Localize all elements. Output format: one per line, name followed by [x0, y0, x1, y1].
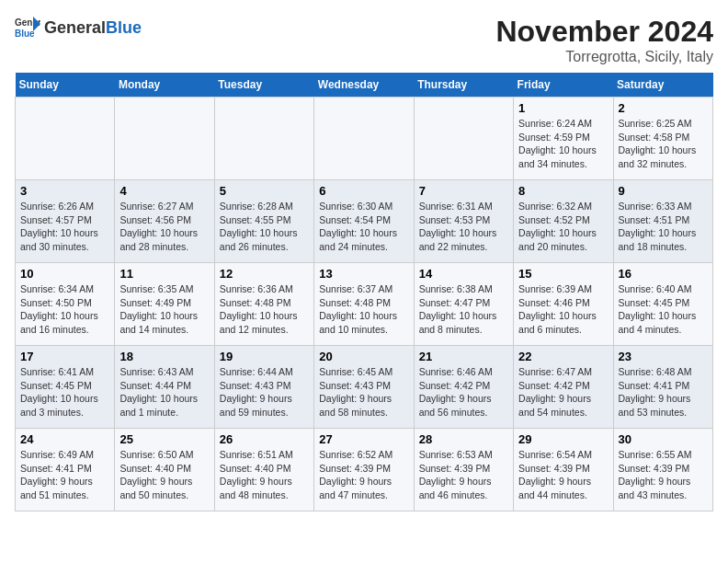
day-detail: Sunrise: 6:45 AMSunset: 4:43 PMDaylight:… [319, 365, 408, 419]
day-header-saturday: Saturday [613, 73, 712, 98]
calendar-cell: 3Sunrise: 6:26 AMSunset: 4:57 PMDaylight… [16, 180, 115, 263]
day-detail: Sunrise: 6:33 AMSunset: 4:51 PMDaylight:… [619, 200, 708, 254]
calendar-cell: 9Sunrise: 6:33 AMSunset: 4:51 PMDaylight… [613, 180, 712, 263]
day-number: 12 [220, 267, 309, 281]
calendar-cell: 28Sunrise: 6:53 AMSunset: 4:39 PMDayligh… [414, 429, 513, 511]
day-detail: Sunrise: 6:27 AMSunset: 4:56 PMDaylight:… [119, 200, 209, 254]
calendar-cell: 1Sunrise: 6:24 AMSunset: 4:59 PMDaylight… [514, 98, 613, 180]
day-detail: Sunrise: 6:39 AMSunset: 4:46 PMDaylight:… [518, 282, 608, 337]
day-detail: Sunrise: 6:26 AMSunset: 4:57 PMDaylight:… [20, 200, 109, 254]
day-number: 27 [319, 432, 408, 446]
day-number: 5 [220, 184, 309, 198]
calendar-cell: 12Sunrise: 6:36 AMSunset: 4:48 PMDayligh… [214, 263, 313, 346]
day-number: 11 [119, 267, 209, 281]
logo-general: General [44, 18, 106, 38]
calendar-week-1: 1Sunrise: 6:24 AMSunset: 4:59 PMDaylight… [16, 98, 713, 180]
calendar-cell: 26Sunrise: 6:51 AMSunset: 4:40 PMDayligh… [214, 429, 313, 511]
day-number: 14 [419, 267, 508, 281]
day-number: 1 [518, 101, 608, 115]
calendar-cell: 8Sunrise: 6:32 AMSunset: 4:52 PMDaylight… [514, 180, 613, 263]
calendar-cell [214, 98, 313, 180]
day-header-friday: Friday [514, 73, 613, 98]
day-number: 10 [20, 267, 109, 281]
calendar-cell: 30Sunrise: 6:55 AMSunset: 4:39 PMDayligh… [613, 429, 712, 511]
day-detail: Sunrise: 6:34 AMSunset: 4:50 PMDaylight:… [20, 282, 109, 337]
calendar-cell: 4Sunrise: 6:27 AMSunset: 4:56 PMDaylight… [115, 180, 214, 263]
day-detail: Sunrise: 6:30 AMSunset: 4:54 PMDaylight:… [319, 200, 408, 254]
calendar-week-5: 24Sunrise: 6:49 AMSunset: 4:41 PMDayligh… [16, 429, 713, 511]
day-number: 13 [319, 267, 408, 281]
day-detail: Sunrise: 6:32 AMSunset: 4:52 PMDaylight:… [518, 200, 608, 254]
calendar-cell: 6Sunrise: 6:30 AMSunset: 4:54 PMDaylight… [314, 180, 414, 263]
calendar-cell: 27Sunrise: 6:52 AMSunset: 4:39 PMDayligh… [314, 429, 414, 511]
day-number: 9 [619, 184, 708, 198]
day-detail: Sunrise: 6:46 AMSunset: 4:42 PMDaylight:… [419, 365, 508, 419]
calendar-cell: 16Sunrise: 6:40 AMSunset: 4:45 PMDayligh… [613, 263, 712, 346]
day-detail: Sunrise: 6:40 AMSunset: 4:45 PMDaylight:… [619, 282, 708, 337]
day-number: 16 [619, 267, 708, 281]
svg-text:Blue: Blue [15, 29, 35, 39]
day-detail: Sunrise: 6:25 AMSunset: 4:58 PMDaylight:… [619, 117, 708, 171]
day-number: 7 [419, 184, 508, 198]
logo-blue: Blue [106, 18, 142, 38]
day-detail: Sunrise: 6:52 AMSunset: 4:39 PMDaylight:… [319, 448, 408, 502]
day-detail: Sunrise: 6:35 AMSunset: 4:49 PMDaylight:… [119, 282, 209, 337]
day-number: 29 [518, 432, 608, 446]
day-number: 8 [518, 184, 608, 198]
day-header-wednesday: Wednesday [314, 73, 414, 98]
calendar-cell: 11Sunrise: 6:35 AMSunset: 4:49 PMDayligh… [115, 263, 214, 346]
day-number: 2 [619, 101, 708, 115]
day-number: 18 [119, 350, 209, 363]
day-detail: Sunrise: 6:50 AMSunset: 4:40 PMDaylight:… [119, 448, 209, 502]
calendar-week-4: 17Sunrise: 6:41 AMSunset: 4:45 PMDayligh… [16, 346, 713, 429]
day-detail: Sunrise: 6:55 AMSunset: 4:39 PMDaylight:… [619, 448, 708, 502]
day-number: 23 [619, 350, 708, 363]
calendar-cell: 15Sunrise: 6:39 AMSunset: 4:46 PMDayligh… [514, 263, 613, 346]
calendar-cell: 13Sunrise: 6:37 AMSunset: 4:48 PMDayligh… [314, 263, 414, 346]
day-number: 17 [20, 350, 109, 363]
day-header-sunday: Sunday [16, 73, 115, 98]
calendar-cell: 29Sunrise: 6:54 AMSunset: 4:39 PMDayligh… [514, 429, 613, 511]
calendar-cell: 14Sunrise: 6:38 AMSunset: 4:47 PMDayligh… [414, 263, 513, 346]
calendar-cell: 19Sunrise: 6:44 AMSunset: 4:43 PMDayligh… [214, 346, 313, 429]
day-number: 4 [119, 184, 209, 198]
day-detail: Sunrise: 6:37 AMSunset: 4:48 PMDaylight:… [319, 282, 408, 337]
calendar-cell: 24Sunrise: 6:49 AMSunset: 4:41 PMDayligh… [16, 429, 115, 511]
day-number: 22 [518, 350, 608, 363]
day-header-tuesday: Tuesday [214, 73, 313, 98]
day-detail: Sunrise: 6:36 AMSunset: 4:48 PMDaylight:… [220, 282, 309, 337]
day-number: 21 [419, 350, 508, 363]
day-number: 15 [518, 267, 608, 281]
calendar-header-row: SundayMondayTuesdayWednesdayThursdayFrid… [16, 73, 713, 98]
calendar-cell: 7Sunrise: 6:31 AMSunset: 4:53 PMDaylight… [414, 180, 513, 263]
day-number: 30 [619, 432, 708, 446]
calendar-week-2: 3Sunrise: 6:26 AMSunset: 4:57 PMDaylight… [16, 180, 713, 263]
day-detail: Sunrise: 6:54 AMSunset: 4:39 PMDaylight:… [518, 448, 608, 502]
logo-icon: General Blue [15, 15, 40, 40]
calendar-cell [16, 98, 115, 180]
day-header-monday: Monday [115, 73, 214, 98]
day-number: 19 [220, 350, 309, 363]
day-number: 25 [119, 432, 209, 446]
day-detail: Sunrise: 6:43 AMSunset: 4:44 PMDaylight:… [119, 365, 209, 419]
day-detail: Sunrise: 6:49 AMSunset: 4:41 PMDaylight:… [20, 448, 109, 502]
logo: General Blue GeneralBlue [15, 15, 142, 40]
calendar-cell: 17Sunrise: 6:41 AMSunset: 4:45 PMDayligh… [16, 346, 115, 429]
calendar-cell: 22Sunrise: 6:47 AMSunset: 4:42 PMDayligh… [514, 346, 613, 429]
calendar-cell: 23Sunrise: 6:48 AMSunset: 4:41 PMDayligh… [613, 346, 712, 429]
day-detail: Sunrise: 6:53 AMSunset: 4:39 PMDaylight:… [419, 448, 508, 502]
calendar-cell [115, 98, 214, 180]
day-detail: Sunrise: 6:48 AMSunset: 4:41 PMDaylight:… [619, 365, 708, 419]
calendar-subtitle: Torregrotta, Sicily, Italy [495, 49, 713, 65]
day-detail: Sunrise: 6:28 AMSunset: 4:55 PMDaylight:… [220, 200, 309, 254]
day-detail: Sunrise: 6:47 AMSunset: 4:42 PMDaylight:… [518, 365, 608, 419]
day-detail: Sunrise: 6:38 AMSunset: 4:47 PMDaylight:… [419, 282, 508, 337]
day-number: 24 [20, 432, 109, 446]
day-number: 26 [220, 432, 309, 446]
day-number: 28 [419, 432, 508, 446]
calendar-cell: 10Sunrise: 6:34 AMSunset: 4:50 PMDayligh… [16, 263, 115, 346]
calendar-title: November 2024 [495, 15, 713, 49]
header: General Blue GeneralBlue November 2024 T… [15, 15, 713, 65]
day-detail: Sunrise: 6:24 AMSunset: 4:59 PMDaylight:… [518, 117, 608, 171]
calendar-week-3: 10Sunrise: 6:34 AMSunset: 4:50 PMDayligh… [16, 263, 713, 346]
